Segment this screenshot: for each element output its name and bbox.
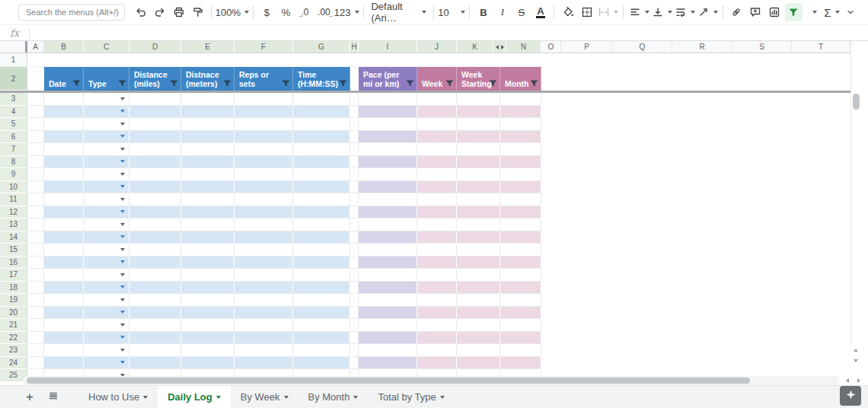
cell-P3[interactable] (561, 93, 613, 106)
cell-A3[interactable] (27, 93, 44, 106)
cell-F18[interactable] (235, 282, 293, 295)
cell-C6[interactable] (84, 131, 129, 144)
cell-B6[interactable] (44, 131, 84, 144)
cell-K3[interactable] (457, 93, 500, 106)
cell-E12[interactable] (181, 206, 235, 219)
cell-I8[interactable] (359, 156, 417, 169)
cell-P18[interactable] (561, 282, 613, 295)
cell-I5[interactable] (359, 118, 417, 131)
cell-R12[interactable] (672, 206, 732, 219)
cell-H21[interactable] (350, 319, 359, 332)
cell-K11[interactable] (457, 193, 500, 206)
paint-format-button[interactable] (189, 3, 206, 21)
cell-G8[interactable] (293, 156, 350, 169)
cell-K5[interactable] (457, 118, 500, 131)
cell-G7[interactable] (293, 143, 350, 156)
cell-G5[interactable] (293, 118, 350, 131)
cell-H22[interactable] (350, 332, 359, 345)
column-header-S[interactable]: S (732, 41, 792, 53)
cell-T21[interactable] (792, 319, 850, 332)
cell-dropdown-icon[interactable] (120, 160, 125, 163)
cell-B17[interactable] (44, 269, 84, 282)
cell-R17[interactable] (672, 269, 732, 282)
italic-button[interactable]: I (493, 3, 511, 21)
cell-D7[interactable] (129, 143, 181, 156)
filter-icon[interactable] (223, 80, 231, 89)
cell-N11[interactable] (500, 193, 541, 206)
cell-B24[interactable] (44, 357, 84, 370)
cell-B14[interactable] (44, 231, 84, 244)
cell-Q4[interactable] (613, 106, 672, 119)
cell-J11[interactable] (417, 193, 457, 206)
cell-A17[interactable] (27, 269, 44, 282)
more-formats-button[interactable]: 123 (334, 3, 359, 21)
cell-R19[interactable] (672, 294, 732, 307)
cell-J3[interactable] (417, 93, 457, 106)
cell-I17[interactable] (359, 269, 417, 282)
cell-G14[interactable] (293, 231, 350, 244)
cell-R8[interactable] (672, 156, 732, 169)
cell-Q16[interactable] (613, 257, 672, 269)
cell-K17[interactable] (457, 269, 500, 282)
cell-D8[interactable] (129, 156, 181, 169)
cell-B5[interactable] (44, 118, 84, 131)
cell-B11[interactable] (44, 193, 84, 206)
cell-C23[interactable] (84, 344, 129, 357)
cell-Q3[interactable] (613, 93, 672, 106)
cell-O24[interactable] (541, 357, 561, 370)
column-header-R[interactable]: R (672, 41, 732, 53)
cell-O15[interactable] (541, 244, 561, 257)
cell-T24[interactable] (792, 357, 850, 370)
cell-T2[interactable] (792, 67, 850, 91)
cell-F17[interactable] (235, 269, 293, 282)
print-button[interactable] (170, 3, 187, 21)
cell-H17[interactable] (350, 269, 359, 282)
cell-S13[interactable] (732, 218, 792, 231)
cell-K8[interactable] (457, 156, 500, 169)
cell-J16[interactable] (417, 257, 457, 269)
row-header-1[interactable]: 1 (0, 53, 27, 67)
cell-B3[interactable] (44, 93, 84, 106)
cell-A6[interactable] (27, 131, 44, 144)
cell-F21[interactable] (235, 319, 293, 332)
cell-B13[interactable] (44, 218, 84, 231)
cell-J7[interactable] (417, 143, 457, 156)
cell-Q24[interactable] (613, 357, 672, 370)
cell-H19[interactable] (350, 294, 359, 307)
cell-R2[interactable] (672, 67, 732, 91)
cell-S2[interactable] (732, 67, 792, 91)
cell-C20[interactable] (84, 307, 129, 320)
cell-G10[interactable] (293, 181, 350, 194)
cell-N8[interactable] (500, 156, 541, 169)
cell-I10[interactable] (359, 181, 417, 194)
cell-dropdown-icon[interactable] (120, 311, 125, 314)
cell-B7[interactable] (44, 143, 84, 156)
cell-dropdown-icon[interactable] (120, 198, 125, 201)
filter-header-J[interactable]: Week (417, 67, 457, 91)
cell-T23[interactable] (792, 344, 850, 357)
cell-D12[interactable] (129, 206, 181, 219)
column-header-E[interactable]: E (181, 41, 235, 53)
cell-C3[interactable] (84, 93, 129, 106)
cell-C11[interactable] (84, 193, 129, 206)
cell-D4[interactable] (129, 106, 181, 119)
row-header-5[interactable]: 5 (0, 118, 27, 131)
row-header-18[interactable]: 18 (0, 282, 27, 295)
column-header-N[interactable]: N (506, 41, 541, 53)
cell-S3[interactable] (732, 93, 792, 106)
cell-E9[interactable] (181, 168, 235, 181)
cell-P19[interactable] (561, 294, 613, 307)
cell-N6[interactable] (500, 131, 541, 144)
cell-C18[interactable] (84, 282, 129, 295)
cell-C17[interactable] (84, 269, 129, 282)
cell-B18[interactable] (44, 282, 84, 295)
cell-G17[interactable] (293, 269, 350, 282)
cell-H7[interactable] (350, 143, 359, 156)
column-header-K[interactable]: K (457, 41, 493, 53)
cell-K12[interactable] (457, 206, 500, 219)
cell-K9[interactable] (457, 168, 500, 181)
cell-R5[interactable] (672, 118, 732, 131)
filter-icon[interactable] (489, 80, 497, 89)
cell-C10[interactable] (84, 181, 129, 194)
cell-P15[interactable] (561, 244, 613, 257)
